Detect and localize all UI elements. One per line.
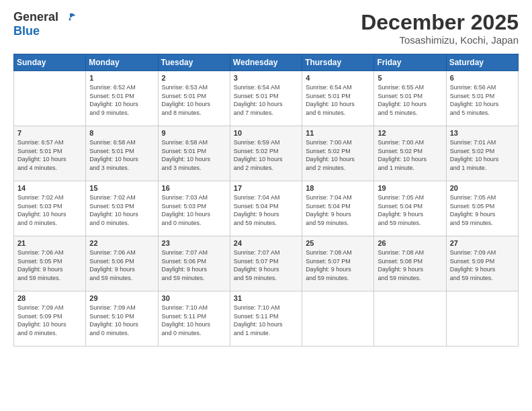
day-info: Sunrise: 6:54 AM Sunset: 5:01 PM Dayligh… [234, 83, 298, 117]
week-row-4: 21Sunrise: 7:06 AM Sunset: 5:05 PM Dayli… [14, 236, 519, 291]
calendar-table: SundayMondayTuesdayWednesdayThursdayFrid… [13, 54, 519, 347]
day-number: 8 [89, 129, 154, 137]
day-number: 15 [89, 184, 154, 192]
calendar-cell: 22Sunrise: 7:06 AM Sunset: 5:06 PM Dayli… [86, 236, 158, 291]
calendar-cell: 20Sunrise: 7:05 AM Sunset: 5:05 PM Dayli… [446, 181, 518, 236]
day-info: Sunrise: 6:59 AM Sunset: 5:02 PM Dayligh… [234, 138, 298, 172]
day-header-friday: Friday [374, 54, 446, 71]
calendar-cell: 3Sunrise: 6:54 AM Sunset: 5:01 PM Daylig… [230, 71, 302, 126]
calendar-cell [14, 71, 86, 126]
day-number: 21 [17, 239, 82, 247]
calendar-cell: 24Sunrise: 7:07 AM Sunset: 5:07 PM Dayli… [230, 236, 302, 291]
title-block: December 2025 Tosashimizu, Kochi, Japan [361, 11, 519, 46]
day-number: 13 [450, 129, 515, 137]
day-info: Sunrise: 6:56 AM Sunset: 5:01 PM Dayligh… [450, 83, 515, 117]
day-number: 4 [306, 74, 370, 82]
day-info: Sunrise: 6:52 AM Sunset: 5:01 PM Dayligh… [89, 83, 154, 117]
calendar-cell: 18Sunrise: 7:04 AM Sunset: 5:04 PM Dayli… [302, 181, 374, 236]
day-number: 10 [234, 129, 298, 137]
calendar-cell [374, 291, 446, 347]
day-info: Sunrise: 7:05 AM Sunset: 5:05 PM Dayligh… [450, 193, 515, 227]
calendar-cell: 19Sunrise: 7:05 AM Sunset: 5:04 PM Dayli… [374, 181, 446, 236]
day-info: Sunrise: 7:06 AM Sunset: 5:06 PM Dayligh… [89, 248, 154, 282]
day-info: Sunrise: 7:00 AM Sunset: 5:02 PM Dayligh… [306, 138, 370, 172]
day-number: 29 [89, 294, 154, 302]
day-number: 22 [89, 239, 154, 247]
day-info: Sunrise: 7:09 AM Sunset: 5:10 PM Dayligh… [89, 304, 154, 337]
day-info: Sunrise: 6:58 AM Sunset: 5:01 PM Dayligh… [162, 138, 226, 172]
logo: General Blue [13, 11, 77, 38]
calendar-cell: 6Sunrise: 6:56 AM Sunset: 5:01 PM Daylig… [446, 71, 518, 126]
day-info: Sunrise: 7:09 AM Sunset: 5:09 PM Dayligh… [17, 304, 82, 337]
day-number: 20 [450, 184, 515, 192]
day-number: 12 [378, 129, 442, 137]
day-info: Sunrise: 7:10 AM Sunset: 5:11 PM Dayligh… [234, 304, 298, 337]
calendar-cell: 15Sunrise: 7:02 AM Sunset: 5:03 PM Dayli… [86, 181, 158, 236]
day-number: 31 [234, 294, 298, 302]
day-info: Sunrise: 7:07 AM Sunset: 5:07 PM Dayligh… [234, 248, 298, 282]
page-container: General Blue December 2025 Tosashimizu, … [0, 0, 532, 353]
day-info: Sunrise: 7:09 AM Sunset: 5:09 PM Dayligh… [450, 248, 515, 282]
calendar-cell: 1Sunrise: 6:52 AM Sunset: 5:01 PM Daylig… [86, 71, 158, 126]
calendar-cell: 10Sunrise: 6:59 AM Sunset: 5:02 PM Dayli… [230, 126, 302, 181]
location: Tosashimizu, Kochi, Japan [361, 34, 519, 46]
calendar-cell: 29Sunrise: 7:09 AM Sunset: 5:10 PM Dayli… [86, 291, 158, 347]
calendar-cell: 21Sunrise: 7:06 AM Sunset: 5:05 PM Dayli… [14, 236, 86, 291]
logo-bird-icon [63, 11, 77, 25]
day-info: Sunrise: 6:53 AM Sunset: 5:01 PM Dayligh… [162, 83, 226, 117]
day-info: Sunrise: 7:07 AM Sunset: 5:06 PM Dayligh… [162, 248, 226, 282]
day-info: Sunrise: 7:00 AM Sunset: 5:02 PM Dayligh… [378, 138, 442, 172]
calendar-cell: 26Sunrise: 7:08 AM Sunset: 5:08 PM Dayli… [374, 236, 446, 291]
day-number: 6 [450, 74, 515, 82]
day-info: Sunrise: 7:05 AM Sunset: 5:04 PM Dayligh… [378, 193, 442, 227]
header-row: SundayMondayTuesdayWednesdayThursdayFrid… [14, 54, 519, 71]
day-number: 1 [89, 74, 154, 82]
calendar-cell: 16Sunrise: 7:03 AM Sunset: 5:03 PM Dayli… [158, 181, 230, 236]
day-info: Sunrise: 6:55 AM Sunset: 5:01 PM Dayligh… [378, 83, 442, 117]
calendar-cell [446, 291, 518, 347]
day-number: 26 [378, 239, 442, 247]
week-row-2: 7Sunrise: 6:57 AM Sunset: 5:01 PM Daylig… [14, 126, 519, 181]
calendar-cell: 31Sunrise: 7:10 AM Sunset: 5:11 PM Dayli… [230, 291, 302, 347]
week-row-3: 14Sunrise: 7:02 AM Sunset: 5:03 PM Dayli… [14, 181, 519, 236]
calendar-cell: 5Sunrise: 6:55 AM Sunset: 5:01 PM Daylig… [374, 71, 446, 126]
day-number: 25 [306, 239, 370, 247]
calendar-cell: 13Sunrise: 7:01 AM Sunset: 5:02 PM Dayli… [446, 126, 518, 181]
day-number: 9 [162, 129, 226, 137]
calendar-cell: 7Sunrise: 6:57 AM Sunset: 5:01 PM Daylig… [14, 126, 86, 181]
week-row-5: 28Sunrise: 7:09 AM Sunset: 5:09 PM Dayli… [14, 291, 519, 347]
day-number: 11 [306, 129, 370, 137]
day-number: 27 [450, 239, 515, 247]
day-number: 7 [17, 129, 82, 137]
logo-general: General [13, 10, 58, 24]
calendar-cell: 4Sunrise: 6:54 AM Sunset: 5:01 PM Daylig… [302, 71, 374, 126]
week-row-1: 1Sunrise: 6:52 AM Sunset: 5:01 PM Daylig… [14, 71, 519, 126]
calendar-cell: 8Sunrise: 6:58 AM Sunset: 5:01 PM Daylig… [86, 126, 158, 181]
day-header-wednesday: Wednesday [230, 54, 302, 71]
day-info: Sunrise: 7:06 AM Sunset: 5:05 PM Dayligh… [17, 248, 82, 282]
calendar-cell [302, 291, 374, 347]
day-number: 18 [306, 184, 370, 192]
calendar-cell: 27Sunrise: 7:09 AM Sunset: 5:09 PM Dayli… [446, 236, 518, 291]
day-info: Sunrise: 7:08 AM Sunset: 5:08 PM Dayligh… [378, 248, 442, 282]
day-info: Sunrise: 7:01 AM Sunset: 5:02 PM Dayligh… [450, 138, 515, 172]
day-number: 24 [234, 239, 298, 247]
day-info: Sunrise: 6:58 AM Sunset: 5:01 PM Dayligh… [89, 138, 154, 172]
day-number: 17 [234, 184, 298, 192]
day-header-tuesday: Tuesday [158, 54, 230, 71]
day-number: 23 [162, 239, 226, 247]
day-number: 30 [162, 294, 226, 302]
day-header-thursday: Thursday [302, 54, 374, 71]
calendar-cell: 28Sunrise: 7:09 AM Sunset: 5:09 PM Dayli… [14, 291, 86, 347]
day-number: 19 [378, 184, 442, 192]
calendar-cell: 2Sunrise: 6:53 AM Sunset: 5:01 PM Daylig… [158, 71, 230, 126]
day-info: Sunrise: 7:10 AM Sunset: 5:11 PM Dayligh… [162, 304, 226, 337]
day-number: 28 [17, 294, 82, 302]
day-info: Sunrise: 7:04 AM Sunset: 5:04 PM Dayligh… [234, 193, 298, 227]
day-number: 3 [234, 74, 298, 82]
day-info: Sunrise: 6:54 AM Sunset: 5:01 PM Dayligh… [306, 83, 370, 117]
day-number: 2 [162, 74, 226, 82]
day-header-sunday: Sunday [14, 54, 86, 71]
calendar-cell: 23Sunrise: 7:07 AM Sunset: 5:06 PM Dayli… [158, 236, 230, 291]
day-number: 5 [378, 74, 442, 82]
